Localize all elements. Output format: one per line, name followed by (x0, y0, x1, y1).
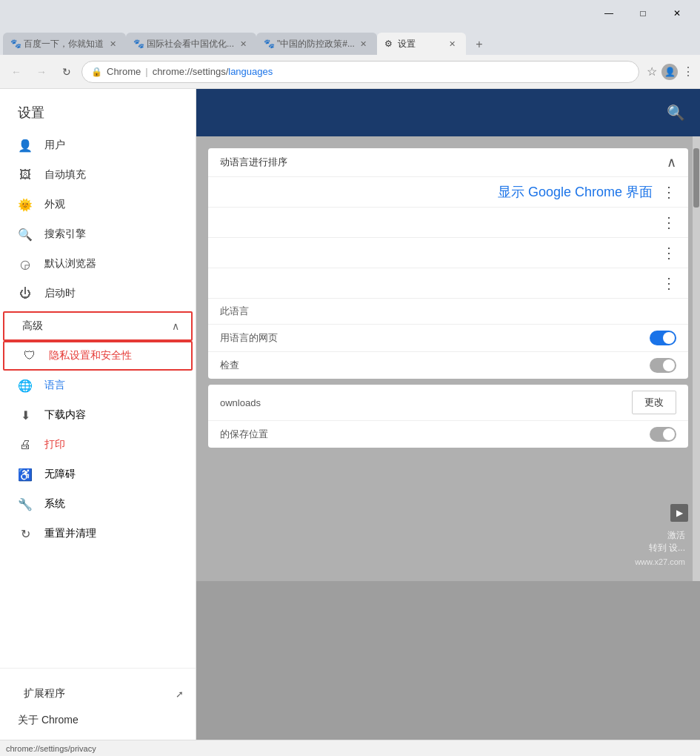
main-content: 设置 👤 用户 🖼 自动填充 🌞 外观 (0, 89, 700, 740)
tab-1[interactable]: 🐾 百度一下，你就知道 ✕ (3, 33, 126, 55)
about-chrome-label: 关于 Chrome (18, 714, 79, 727)
sidebar-footer: 扩展程序 ➚ 关于 Chrome (0, 668, 196, 740)
sidebar-item-privacy[interactable]: 🛡 隐私设置和安全性 (3, 341, 193, 371)
sidebar-item-appearance[interactable]: 🌞 外观 (0, 190, 196, 219)
address-bar-row: ← → ↻ 🔒 Chrome | chrome://settings/langu… (0, 55, 700, 89)
show-chrome-link[interactable]: 显示 Google Chrome 界面 (498, 183, 653, 201)
tab-close-3[interactable]: ✕ (358, 38, 370, 50)
extensions-label: 扩展程序 (24, 687, 65, 700)
more-options-1[interactable]: ⋮ (661, 183, 676, 201)
sidebar-item-search[interactable]: 🔍 搜索引擎 (0, 219, 196, 249)
search-icon: 🔍 (18, 227, 33, 242)
more-options-2[interactable]: ⋮ (661, 213, 676, 231)
nav-label-downloads: 下载内容 (44, 408, 184, 422)
print-icon: 🖨 (18, 437, 33, 452)
tab-bar: 🐾 百度一下，你就知道 ✕ 🐾 国际社会看中国优化... ✕ 🐾 "中国的防控政… (0, 27, 700, 55)
nav-label-privacy: 隐私设置和安全性 (49, 349, 179, 362)
new-tab-button[interactable]: + (469, 34, 490, 55)
autofill-icon: 🖼 (18, 168, 33, 182)
address-separator: | (145, 66, 147, 77)
shield-icon: 🛡 (22, 348, 37, 363)
status-url: chrome://settings/privacy (6, 744, 96, 753)
more-options-3[interactable]: ⋮ (661, 244, 676, 262)
nav-label-appearance: 外观 (44, 198, 184, 211)
tab-close-4[interactable]: ✕ (447, 38, 459, 50)
tab-4[interactable]: ⚙ 设置 ✕ (377, 33, 466, 55)
sidebar-item-autofill[interactable]: 🖼 自动填充 (0, 160, 196, 190)
tab-label-4: 设置 (398, 38, 444, 50)
nav-label-system: 系统 (44, 497, 184, 511)
sidebar-item-system[interactable]: 🔧 系统 (0, 489, 196, 519)
tab-3[interactable]: 🐾 "中国的防控政策#... ✕ (256, 33, 377, 55)
advanced-section: 高级 ∧ 🛡 隐私设置和安全性 🌐 语言 ⬇ (0, 311, 196, 548)
sidebar-item-user[interactable]: 👤 用户 (0, 130, 196, 160)
scroll-right-button[interactable]: ▶ (670, 504, 688, 522)
tab-favicon-3: 🐾 (264, 39, 274, 49)
downloads-section: ownloads 更改 的保存位置 (208, 385, 688, 448)
more-options-4[interactable]: ⋮ (661, 274, 676, 292)
tab-close-2[interactable]: ✕ (237, 38, 249, 50)
bookmark-star-icon[interactable]: ☆ (647, 64, 657, 79)
sidebar-item-languages[interactable]: 🌐 语言 (0, 371, 196, 400)
watermark: 激活转到 设... www.x27.com (635, 529, 685, 566)
address-brand: Chrome (107, 66, 141, 77)
auto-save-toggle[interactable] (650, 427, 676, 442)
reload-button[interactable]: ↻ (56, 62, 77, 82)
status-bar: chrome://settings/privacy (0, 740, 700, 756)
sidebar-nav: 👤 用户 🖼 自动填充 🌞 外观 🔍 搜索引擎 (0, 130, 196, 662)
globe-icon: 🌐 (18, 378, 33, 393)
sidebar-item-downloads[interactable]: ⬇ 下载内容 (0, 400, 196, 430)
forward-button[interactable]: → (31, 62, 52, 82)
minimize-button[interactable]: — (592, 2, 626, 24)
spell-check-toggle[interactable] (650, 358, 676, 373)
watermark-url: www.x27.com (635, 557, 685, 566)
sidebar-item-browser[interactable]: ◶ 默认浏览器 (0, 249, 196, 279)
address-settings: settings/ (193, 66, 228, 77)
profile-avatar[interactable]: 👤 (661, 64, 678, 80)
settings-search-icon[interactable]: 🔍 (667, 104, 685, 122)
this-lang-text: 此语言 (220, 305, 676, 318)
chevron-up-icon: ∧ (172, 320, 179, 332)
address-bar[interactable]: 🔒 Chrome | chrome://settings/languages (81, 61, 639, 83)
spell-check-text: 检查 (220, 359, 650, 372)
scrollbar-thumb[interactable] (693, 148, 699, 208)
reset-icon: ↻ (18, 526, 33, 541)
sidebar-item-accessibility[interactable]: ♿ 无障碍 (0, 460, 196, 489)
change-button[interactable]: 更改 (632, 391, 676, 414)
nav-label-user: 用户 (44, 139, 184, 152)
nav-label-search: 搜索引擎 (44, 228, 184, 241)
tab-favicon-4: ⚙ (384, 39, 395, 49)
downloads-text: ownloads (220, 397, 632, 408)
language-section: 动语言进行排序 ∧ 显示 Google Chrome 界面 ⋮ ⋮ ⋮ (208, 148, 688, 379)
nav-label-browser: 默认浏览器 (44, 257, 184, 271)
accessibility-icon: ♿ (18, 467, 33, 482)
system-icon: 🔧 (18, 497, 33, 511)
address-protocol: chrome:// (153, 66, 193, 77)
tab-favicon-1: 🐾 (10, 39, 21, 49)
sidebar-title: 设置 (0, 89, 196, 130)
nav-label-reset: 重置并清理 (44, 527, 184, 540)
maximize-button[interactable]: □ (626, 2, 660, 24)
translate-toggle[interactable] (650, 331, 676, 345)
close-button[interactable]: ✕ (660, 2, 694, 24)
sort-lang-text: 动语言进行排序 (220, 156, 667, 169)
advanced-label: 高级 (22, 319, 172, 333)
sidebar-item-startup[interactable]: ⏻ 启动时 (0, 279, 196, 308)
sidebar-item-print[interactable]: 🖨 打印 (0, 430, 196, 460)
back-button[interactable]: ← (6, 62, 27, 82)
tab-2[interactable]: 🐾 国际社会看中国优化... ✕ (126, 33, 256, 55)
tab-label-1: 百度一下，你就知道 (24, 38, 104, 50)
tab-label-3: "中国的防控政策#... (277, 38, 355, 50)
collapse-icon[interactable]: ∧ (667, 154, 676, 170)
sidebar-item-reset[interactable]: ↻ 重置并清理 (0, 519, 196, 548)
tab-close-1[interactable]: ✕ (107, 38, 119, 50)
translate-text: 用语言的网页 (220, 331, 650, 345)
download-icon: ⬇ (18, 408, 33, 422)
scrollbar-track[interactable] (693, 136, 700, 581)
person-icon: 👤 (18, 138, 33, 153)
extensions-link[interactable]: 扩展程序 ➚ (0, 680, 196, 707)
about-chrome-link[interactable]: 关于 Chrome (0, 707, 196, 734)
advanced-header[interactable]: 高级 ∧ (3, 311, 193, 341)
startup-icon: ⏻ (18, 286, 33, 301)
chrome-menu-icon[interactable]: ⋮ (682, 64, 694, 79)
